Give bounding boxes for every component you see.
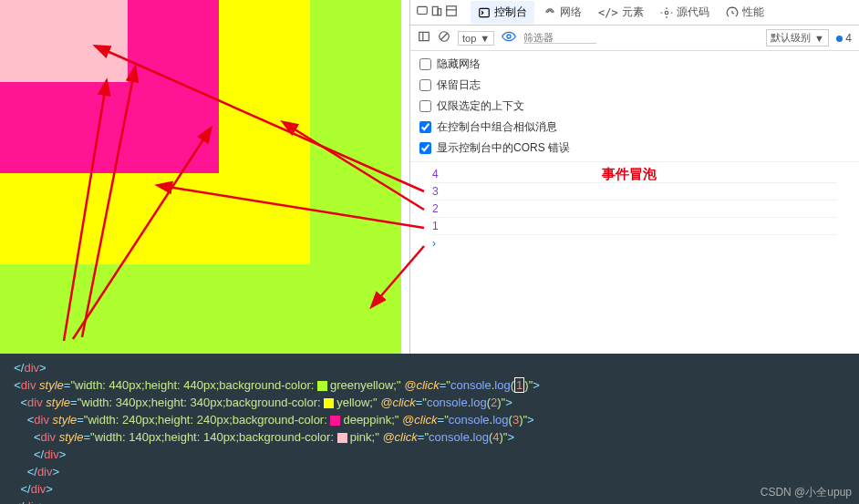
check-cors-errors[interactable]: 显示控制台中的CORS 错误 [419, 140, 850, 156]
box-greenyellow[interactable] [0, 0, 401, 355]
device-toggle-icon[interactable] [416, 5, 429, 20]
dock-icon[interactable] [445, 5, 458, 20]
console-toolbar: top▼ 默认级别▼ 4 [410, 26, 859, 51]
check-selected-context[interactable]: 仅限选定的上下文 [419, 98, 850, 114]
console-line[interactable]: 1 [432, 218, 837, 235]
source-code-panel: </div> <div style="width: 440px;height: … [0, 354, 859, 504]
console-output: 事件冒泡 4 3 2 1 › [410, 162, 859, 255]
svg-rect-12 [480, 8, 490, 16]
tab-sources[interactable]: 源代码 [653, 1, 717, 24]
issues-count[interactable]: 4 [836, 32, 852, 45]
bubble-annotation: 事件冒泡 [602, 166, 657, 183]
chevron-down-icon: ▼ [814, 33, 824, 44]
svg-rect-7 [418, 6, 428, 14]
context-selector[interactable]: top▼ [458, 31, 494, 46]
live-expression-icon[interactable] [502, 29, 516, 46]
box-yellow[interactable] [0, 0, 310, 264]
chevron-down-icon: ▼ [480, 33, 490, 44]
check-hide-network[interactable]: 隐藏网络 [419, 57, 850, 72]
log-level-selector[interactable]: 默认级别▼ [766, 29, 829, 46]
box-deeppink[interactable] [0, 0, 219, 173]
console-prompt[interactable]: › [432, 235, 837, 252]
svg-point-13 [665, 11, 668, 15]
svg-rect-9 [438, 9, 441, 15]
clear-console-icon[interactable] [438, 30, 450, 46]
svg-rect-8 [432, 6, 438, 15]
box-pink[interactable] [0, 0, 128, 82]
devtools-tabs: 控制台 网络 </>元素 源代码 性能 [410, 0, 859, 26]
console-line[interactable]: 2 [432, 201, 837, 218]
console-line[interactable]: 3 [432, 183, 837, 201]
svg-line-17 [441, 34, 448, 40]
tab-network[interactable]: 网络 [536, 1, 589, 24]
watermark: CSDN @小全upup [761, 485, 852, 500]
svg-rect-14 [419, 32, 430, 40]
sidebar-toggle-icon[interactable] [418, 30, 430, 46]
svg-point-18 [507, 35, 511, 38]
code-line: </div> <div style="width: 440px;height: … [7, 361, 540, 504]
responsive-icon[interactable] [430, 5, 443, 20]
check-group-similar[interactable]: 在控制台中组合相似消息 [419, 119, 850, 135]
svg-rect-10 [447, 6, 457, 16]
tab-performance[interactable]: 性能 [719, 1, 771, 24]
filter-input[interactable] [523, 32, 596, 44]
tab-elements[interactable]: </>元素 [591, 1, 651, 24]
tab-console[interactable]: 控制台 [471, 1, 534, 24]
console-settings: 隐藏网络 保留日志 仅限选定的上下文 在控制台中组合相似消息 显示控制台中的CO… [410, 51, 859, 162]
check-preserve-log[interactable]: 保留日志 [419, 77, 850, 93]
